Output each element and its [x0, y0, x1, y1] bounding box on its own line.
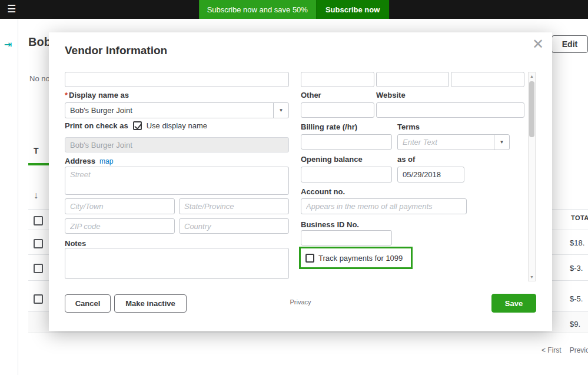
subscribe-now-button[interactable]: Subscribe now: [316, 0, 389, 19]
notes-label: Notes: [65, 239, 86, 248]
top-navbar: ☰ Subscribe now and save 50% Subscribe n…: [0, 0, 588, 19]
display-name-select[interactable]: Bob's Burger Joint ▼: [65, 102, 289, 118]
business-id-label: Business ID No.: [301, 220, 359, 229]
country-input[interactable]: [179, 218, 289, 234]
website-label: Website: [376, 91, 406, 99]
modal-title: Vendor Information: [65, 44, 167, 57]
chevron-down-icon[interactable]: ▼: [494, 135, 509, 150]
website-input[interactable]: [376, 102, 524, 118]
vendor-information-modal: Vendor Information ✕ *Display name as Bo…: [49, 32, 552, 331]
mobile-input[interactable]: [376, 72, 449, 87]
other-label: Other: [301, 91, 321, 99]
zip-input[interactable]: [65, 218, 175, 234]
phone-input[interactable]: [301, 72, 374, 87]
save-button[interactable]: Save: [491, 294, 536, 313]
print-on-check-row: Print on check as Use display name: [65, 121, 207, 130]
row-total-value: $-5.: [570, 294, 583, 303]
modal-scrollbar[interactable]: ▲ ▼: [528, 72, 536, 281]
display-name-value: Bob's Burger Joint: [65, 106, 273, 115]
as-of-label: as of: [397, 155, 415, 164]
screen: ☰ Subscribe now and save 50% Subscribe n…: [0, 0, 588, 375]
chevron-down-icon[interactable]: ▼: [273, 103, 288, 118]
use-display-name-checkbox[interactable]: [133, 121, 142, 130]
edit-vendor-button[interactable]: Edit: [552, 35, 588, 53]
state-input[interactable]: [179, 198, 289, 214]
left-rail-divider: [18, 19, 18, 375]
collapse-panel-icon[interactable]: ⇥: [4, 39, 12, 50]
scroll-up-icon[interactable]: ▲: [529, 72, 535, 80]
business-id-input[interactable]: [301, 230, 392, 245]
total-column-header: TOTA: [571, 214, 588, 221]
scroll-down-icon[interactable]: ▼: [529, 273, 535, 281]
row-checkbox[interactable]: [34, 264, 43, 273]
select-all-checkbox[interactable]: [34, 216, 43, 225]
map-link[interactable]: map: [99, 157, 113, 165]
notes-input[interactable]: [65, 248, 289, 279]
subscribe-banner-text: Subscribe now and save 50%: [199, 0, 316, 19]
page-title: Bob: [28, 35, 51, 49]
name-input[interactable]: [65, 72, 289, 87]
vendor-note-text: No no: [29, 74, 50, 83]
use-display-name-label: Use display name: [147, 121, 207, 130]
transactions-tab[interactable]: T: [34, 146, 39, 155]
sort-down-icon[interactable]: ↓: [34, 190, 38, 201]
street-input[interactable]: [65, 167, 289, 195]
opening-balance-input[interactable]: [301, 167, 392, 182]
print-on-check-label: Print on check as: [65, 121, 128, 130]
subscribe-banner: Subscribe now and save 50% Subscribe now: [199, 0, 390, 19]
privacy-link[interactable]: Privacy: [49, 298, 552, 306]
fax-input[interactable]: [451, 72, 524, 87]
required-asterisk: *: [65, 91, 68, 99]
as-of-date-input[interactable]: [397, 167, 464, 182]
address-label: Addressmap: [65, 157, 113, 165]
row-checkbox[interactable]: [34, 294, 43, 304]
hamburger-menu-icon[interactable]: ☰: [7, 0, 16, 19]
active-tab-underline: [28, 163, 52, 165]
other-input[interactable]: [301, 102, 374, 118]
city-input[interactable]: [65, 198, 175, 214]
row-checkbox[interactable]: [34, 239, 43, 248]
account-no-label: Account no.: [301, 187, 345, 196]
terms-select[interactable]: Enter Text ▼: [397, 134, 510, 150]
opening-balance-label: Opening balance: [301, 155, 363, 164]
pagination-first-link[interactable]: < First: [542, 346, 562, 354]
terms-placeholder: Enter Text: [398, 138, 494, 147]
track-1099-checkbox[interactable]: [305, 254, 314, 263]
billing-rate-input[interactable]: [301, 134, 392, 150]
display-name-label: *Display name as: [65, 91, 129, 99]
close-icon[interactable]: ✕: [532, 36, 544, 53]
row-total-value: $9.: [570, 320, 580, 328]
scrollbar-thumb[interactable]: [529, 81, 534, 137]
account-no-input[interactable]: [301, 198, 467, 214]
pagination: < FirstPrevio: [542, 346, 588, 354]
terms-label: Terms: [397, 122, 420, 131]
billing-rate-label: Billing rate (/hr): [301, 122, 357, 131]
print-name-input: [65, 137, 289, 152]
row-total-value: $-3.: [570, 264, 583, 273]
row-total-value: $18.: [570, 238, 584, 247]
pagination-previous-link[interactable]: Previo: [570, 346, 588, 354]
table-divider: [28, 333, 588, 333]
track-1099-label: Track payments for 1099: [318, 254, 403, 263]
track-1099-highlight: Track payments for 1099: [299, 247, 413, 269]
